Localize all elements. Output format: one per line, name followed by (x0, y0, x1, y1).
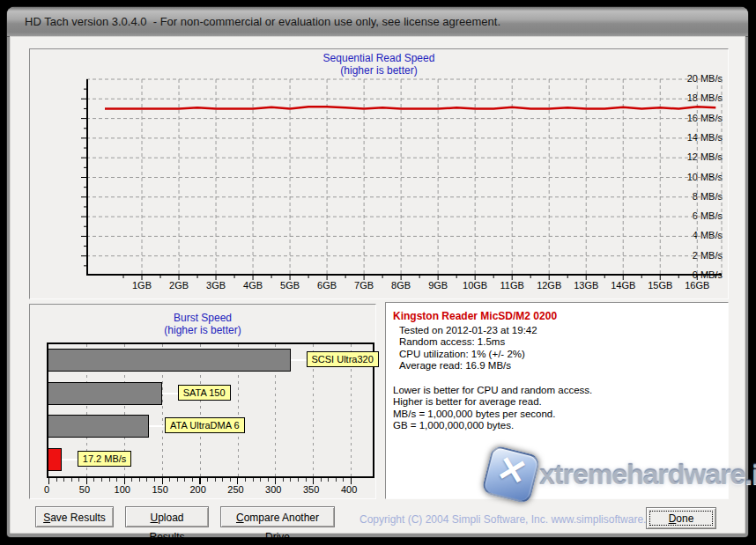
seq-chart-canvas (86, 79, 722, 276)
note-gb-definition: GB = 1,000,000,000 bytes. (393, 420, 721, 432)
burst-plot-area: SCSI Ultra320SATA 150ATA UltraDMA 617.2 … (47, 342, 374, 478)
copyright-text: Copyright (C) 2004 Simpli Software, Inc.… (359, 513, 666, 526)
x-tick-label: 16GB (678, 280, 716, 291)
stat-random-access: Random access: 1.5ms (393, 336, 721, 349)
bar-label: ATA UltraDMA 6 (165, 417, 244, 433)
note-mbs-definition: MB/s = 1,000,000 bytes per second. (393, 409, 721, 421)
note-lower-better: Lower is better for CPU and random acces… (393, 385, 721, 397)
x-tick-label: 13GB (567, 280, 605, 291)
seq-chart-title: Sequential Read Speed (30, 52, 728, 64)
x-tick-label: 12GB (530, 280, 568, 291)
screenshot-root: { "window_title": "HD Tach version 3.0.4… (0, 0, 756, 545)
stat-average-read: Average read: 16.9 MB/s (393, 360, 721, 372)
x-tick-label: 5GB (271, 280, 309, 291)
x-tick-label: 11GB (493, 280, 531, 291)
label-connector (291, 359, 307, 361)
bar-ata-ultradma-6 (48, 415, 149, 438)
x-tick-label: 7GB (345, 280, 383, 291)
save-accel: S (43, 512, 50, 524)
x-tick-label: 10GB (456, 280, 494, 291)
x-tick-label: 8GB (382, 280, 420, 291)
x-tick-label: 3GB (196, 280, 235, 291)
seq-read-line (105, 107, 715, 108)
bar-scsi-ultra320 (48, 349, 291, 372)
x-tick-label: 9GB (419, 280, 457, 291)
burst-tick-label: 250 (223, 484, 249, 495)
burst-tick-label: 200 (185, 484, 211, 495)
x-tick-label: 15GB (641, 280, 679, 291)
burst-tick-label: 50 (71, 484, 98, 495)
focus-rectangle (649, 511, 713, 526)
done-button[interactable]: Done (646, 507, 716, 529)
x-tick-label: 2GB (159, 280, 198, 291)
bar-17-2-mb-s (48, 448, 62, 471)
burst-tick-label: 300 (260, 484, 286, 495)
burst-chart-title: Burst Speed (30, 312, 375, 324)
label-connector (62, 459, 78, 460)
bar-sata-150 (48, 382, 162, 405)
compare-accel: C (236, 512, 244, 524)
x-tick-label: 4GB (233, 280, 272, 291)
bar-label: SCSI Ultra320 (307, 351, 379, 367)
results-info-panel: Kingston Reader MicSD/M2 0200 Tested on … (385, 302, 729, 499)
note-higher-better: Higher is better for average read. (393, 396, 721, 409)
burst-tick-label: 400 (336, 484, 362, 495)
burst-tick-label: 350 (298, 484, 324, 495)
app-window: HD Tach version 3.0.4.0 - For non-commer… (7, 7, 748, 537)
sequential-read-panel: Sequential Read Speed (higher is better)… (29, 48, 729, 299)
save-results-button[interactable]: Save Results (35, 506, 114, 527)
burst-axis-major-ticks (48, 478, 353, 484)
bar-label: SATA 150 (178, 385, 231, 401)
upload-results-button[interactable]: Upload Results (125, 506, 209, 527)
x-tick-label: 14GB (604, 280, 642, 291)
seq-chart-subtitle: (higher is better) (30, 64, 728, 77)
burst-tick-label: 100 (109, 484, 136, 495)
label-connector (149, 425, 165, 427)
x-tick-label: 6GB (308, 280, 346, 291)
burst-chart-subtitle: (higher is better) (30, 324, 375, 336)
seq-plot-area (86, 79, 722, 276)
save-label: ave Results (50, 512, 106, 524)
burst-speed-panel: Burst Speed (higher is better) SCSI Ultr… (29, 304, 376, 499)
drive-name: Kingston Reader MicSD/M2 0200 (393, 311, 721, 323)
stat-tested-on: Tested on 2012-01-23 at 19:42 (393, 325, 721, 337)
compare-label: ompare Another Drive (244, 512, 319, 543)
window-content: Sequential Read Speed (higher is better)… (10, 36, 745, 534)
burst-tick-label: 0 (33, 484, 60, 495)
x-tick-label: 1GB (122, 280, 161, 291)
bar-label: 17.2 MB/s (78, 451, 132, 467)
seq-x-axis-labels: 1GB2GB3GB4GB5GB6GB7GB8GB9GB10GB11GB12GB1… (30, 280, 728, 292)
title-bar[interactable]: HD Tach version 3.0.4.0 - For non-commer… (7, 7, 748, 37)
burst-tick-label: 150 (147, 484, 174, 495)
stat-cpu-utilization: CPU utilization: 1% (+/- 2%) (393, 349, 721, 361)
window-title: HD Tach version 3.0.4.0 - For non-commer… (25, 7, 500, 36)
label-connector (162, 393, 178, 394)
upload-accel: U (150, 512, 158, 524)
compare-another-drive-button[interactable]: Compare Another Drive (220, 506, 335, 527)
